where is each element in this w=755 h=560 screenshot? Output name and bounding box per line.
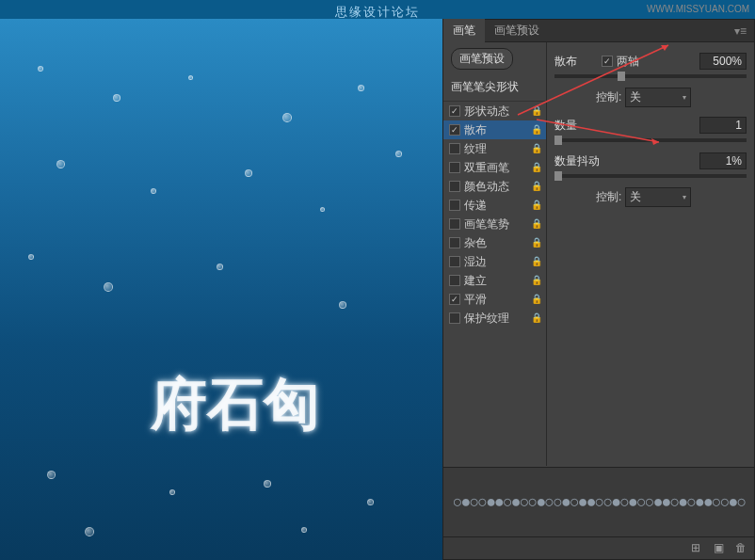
lock-icon[interactable]: 🔒 bbox=[531, 256, 542, 267]
count-label: 数量 bbox=[554, 118, 602, 134]
option-label: 建立 bbox=[464, 273, 531, 289]
brush-options-column: 画笔预设 画笔笔尖形状 形状动态🔒散布🔒纹理🔒双重画笔🔒颜色动态🔒传递🔒画笔笔势… bbox=[443, 42, 547, 466]
option-row-9[interactable]: 建立🔒 bbox=[443, 271, 546, 290]
lock-icon[interactable]: 🔒 bbox=[531, 200, 542, 211]
option-label: 杂色 bbox=[464, 235, 531, 251]
option-row-10[interactable]: 平滑🔒 bbox=[443, 290, 546, 309]
panel-menu-icon[interactable]: ▾≡ bbox=[727, 24, 754, 38]
lock-icon[interactable]: 🔒 bbox=[531, 237, 542, 248]
tab-brush[interactable]: 画笔 bbox=[443, 19, 485, 42]
new-preset-icon[interactable]: ▣ bbox=[711, 541, 726, 556]
option-checkbox[interactable] bbox=[449, 162, 460, 173]
option-row-2[interactable]: 纹理🔒 bbox=[443, 139, 546, 158]
lock-icon[interactable]: 🔒 bbox=[531, 143, 542, 154]
option-row-7[interactable]: 杂色🔒 bbox=[443, 233, 546, 252]
option-checkbox[interactable] bbox=[449, 275, 460, 286]
bubble-scatter bbox=[0, 19, 442, 560]
count-jitter-slider[interactable] bbox=[554, 174, 747, 178]
control2-label: 控制: bbox=[596, 189, 621, 205]
count-jitter-label: 数量抖动 bbox=[554, 153, 611, 169]
count-slider[interactable] bbox=[554, 138, 747, 142]
option-checkbox[interactable] bbox=[449, 218, 460, 230]
lock-icon[interactable]: 🔒 bbox=[531, 218, 542, 230]
scatter-label: 散布 bbox=[554, 54, 602, 70]
option-label: 湿边 bbox=[464, 254, 531, 270]
option-label: 散布 bbox=[464, 122, 531, 138]
option-checkbox[interactable] bbox=[449, 200, 460, 211]
option-row-1[interactable]: 散布🔒 bbox=[443, 120, 546, 139]
both-axes-checkbox[interactable] bbox=[602, 56, 613, 67]
tab-brush-presets[interactable]: 画笔预设 bbox=[485, 19, 549, 42]
control-label: 控制: bbox=[596, 89, 621, 105]
lock-icon[interactable]: 🔒 bbox=[531, 294, 542, 305]
brush-preset-button[interactable]: 画笔预设 bbox=[451, 48, 513, 70]
lock-icon[interactable]: 🔒 bbox=[531, 105, 542, 117]
option-checkbox[interactable] bbox=[449, 256, 460, 267]
option-row-0[interactable]: 形状动态🔒 bbox=[443, 102, 546, 120]
option-row-6[interactable]: 画笔笔势🔒 bbox=[443, 215, 546, 233]
option-checkbox[interactable] bbox=[449, 237, 460, 248]
count-jitter-input[interactable]: 1% bbox=[699, 152, 747, 169]
preview-stroke: ○●○○●●○●○○●○○●○●●○○●○●○○●●○●○●●○○●○ bbox=[453, 492, 746, 512]
option-checkbox[interactable] bbox=[449, 124, 460, 136]
option-checkbox[interactable] bbox=[449, 105, 460, 117]
scatter-value-input[interactable]: 500% bbox=[699, 53, 747, 70]
brush-preview: ○●○○●●○●○○●○○●○●●○○●○●○○●●○●○●●○○●○ bbox=[443, 467, 754, 536]
option-checkbox[interactable] bbox=[449, 294, 460, 305]
panel-footer: ⊞ ▣ 🗑 bbox=[443, 536, 754, 559]
option-checkbox[interactable] bbox=[449, 143, 460, 154]
lock-icon[interactable]: 🔒 bbox=[531, 181, 542, 192]
option-checkbox[interactable] bbox=[449, 312, 460, 324]
brush-settings-column: 散布 两轴 500% 控制: 关 ▾ 数量 1 bbox=[547, 42, 754, 466]
both-axes-label: 两轴 bbox=[617, 54, 639, 70]
control2-dropdown[interactable]: 关 ▾ bbox=[625, 187, 691, 207]
brush-tip-shape-label[interactable]: 画笔笔尖形状 bbox=[443, 75, 546, 102]
chevron-down-icon: ▾ bbox=[683, 193, 686, 201]
option-label: 保护纹理 bbox=[464, 311, 531, 327]
watermark-url: WWW.MISSYUAN.COM bbox=[647, 4, 749, 14]
panel-tabs: 画笔 画笔预设 ▾≡ bbox=[443, 20, 754, 42]
option-row-5[interactable]: 传递🔒 bbox=[443, 196, 546, 215]
artwork-text: 府石匈 bbox=[56, 339, 414, 471]
option-label: 传递 bbox=[464, 198, 531, 214]
option-row-11[interactable]: 保护纹理🔒 bbox=[443, 309, 546, 328]
option-label: 纹理 bbox=[464, 141, 531, 157]
option-label: 画笔笔势 bbox=[464, 216, 531, 232]
option-row-8[interactable]: 湿边🔒 bbox=[443, 252, 546, 271]
control-dropdown[interactable]: 关 ▾ bbox=[625, 88, 691, 107]
lock-icon[interactable]: 🔒 bbox=[531, 275, 542, 286]
option-row-3[interactable]: 双重画笔🔒 bbox=[443, 158, 546, 177]
option-label: 平滑 bbox=[464, 292, 531, 308]
lock-icon[interactable]: 🔒 bbox=[531, 124, 542, 136]
canvas-area[interactable]: 府石匈 bbox=[0, 19, 442, 560]
option-label: 形状动态 bbox=[464, 104, 531, 120]
option-label: 双重画笔 bbox=[464, 160, 531, 176]
trash-icon[interactable]: 🗑 bbox=[733, 541, 748, 556]
option-row-4[interactable]: 颜色动态🔒 bbox=[443, 177, 546, 196]
option-checkbox[interactable] bbox=[449, 181, 460, 192]
count-value-input[interactable]: 1 bbox=[699, 117, 747, 134]
brush-panel: 画笔 画笔预设 ▾≡ 画笔预设 画笔笔尖形状 形状动态🔒散布🔒纹理🔒双重画笔🔒颜… bbox=[442, 19, 755, 560]
lock-icon[interactable]: 🔒 bbox=[531, 162, 542, 173]
lock-icon[interactable]: 🔒 bbox=[531, 312, 542, 324]
scatter-slider[interactable] bbox=[554, 74, 747, 78]
toggle-preview-icon[interactable]: ⊞ bbox=[688, 541, 703, 556]
option-label: 颜色动态 bbox=[464, 179, 531, 195]
chevron-down-icon: ▾ bbox=[683, 93, 686, 102]
